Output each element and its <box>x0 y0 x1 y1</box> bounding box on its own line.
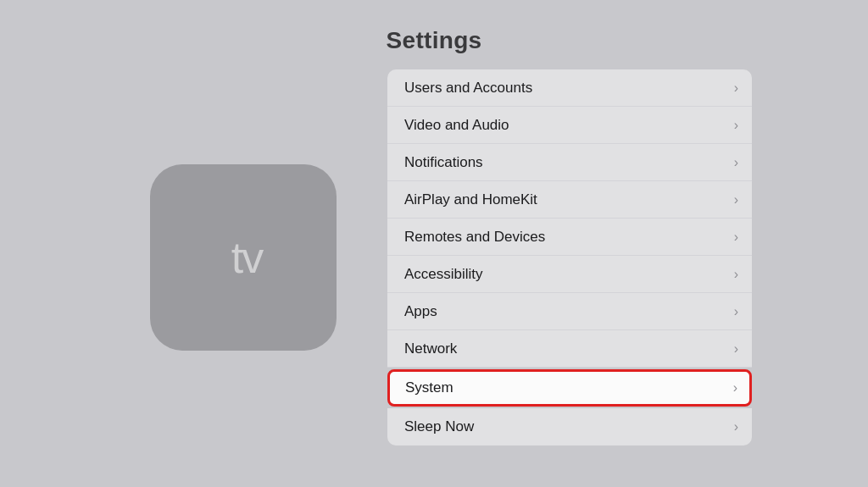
chevron-icon-video-audio: › <box>734 118 738 133</box>
settings-label-accessibility: Accessibility <box>404 266 483 283</box>
chevron-icon-apps: › <box>734 304 738 319</box>
settings-item-sleep-now[interactable]: Sleep Now› <box>387 408 752 445</box>
settings-item-users-accounts[interactable]: Users and Accounts› <box>387 69 752 107</box>
settings-item-airplay-homekit[interactable]: AirPlay and HomeKit› <box>387 181 752 219</box>
settings-label-video-audio: Video and Audio <box>404 117 509 134</box>
chevron-icon-sleep-now: › <box>734 419 738 434</box>
apple-tv-device-icon: tv <box>150 164 337 351</box>
chevron-icon-notifications: › <box>734 155 738 170</box>
content-area: tv Users and Accounts›Video and Audio›No… <box>0 69 868 445</box>
settings-label-system: System <box>405 379 453 396</box>
settings-label-sleep-now: Sleep Now <box>404 418 474 435</box>
settings-item-apps[interactable]: Apps› <box>387 293 752 330</box>
settings-label-network: Network <box>404 340 457 357</box>
page-title: Settings <box>387 27 482 54</box>
tv-text-label: tv <box>231 232 262 283</box>
settings-item-accessibility[interactable]: Accessibility› <box>387 256 752 293</box>
chevron-icon-network: › <box>734 341 738 357</box>
chevron-icon-accessibility: › <box>734 267 738 282</box>
settings-list: Users and Accounts›Video and Audio›Notif… <box>387 69 752 445</box>
settings-label-remotes-devices: Remotes and Devices <box>404 229 545 246</box>
settings-item-network[interactable]: Network› <box>387 330 752 368</box>
settings-label-notifications: Notifications <box>404 154 483 171</box>
chevron-icon-users-accounts: › <box>734 80 738 96</box>
chevron-icon-airplay-homekit: › <box>734 192 738 208</box>
chevron-icon-remotes-devices: › <box>734 230 738 245</box>
settings-label-airplay-homekit: AirPlay and HomeKit <box>404 191 537 208</box>
settings-label-users-accounts: Users and Accounts <box>404 80 532 97</box>
settings-item-notifications[interactable]: Notifications› <box>387 144 752 181</box>
settings-item-video-audio[interactable]: Video and Audio› <box>387 107 752 144</box>
settings-item-system[interactable]: System› <box>387 369 752 407</box>
settings-item-remotes-devices[interactable]: Remotes and Devices› <box>387 219 752 256</box>
settings-label-apps: Apps <box>404 303 437 320</box>
chevron-icon-system: › <box>733 380 737 396</box>
